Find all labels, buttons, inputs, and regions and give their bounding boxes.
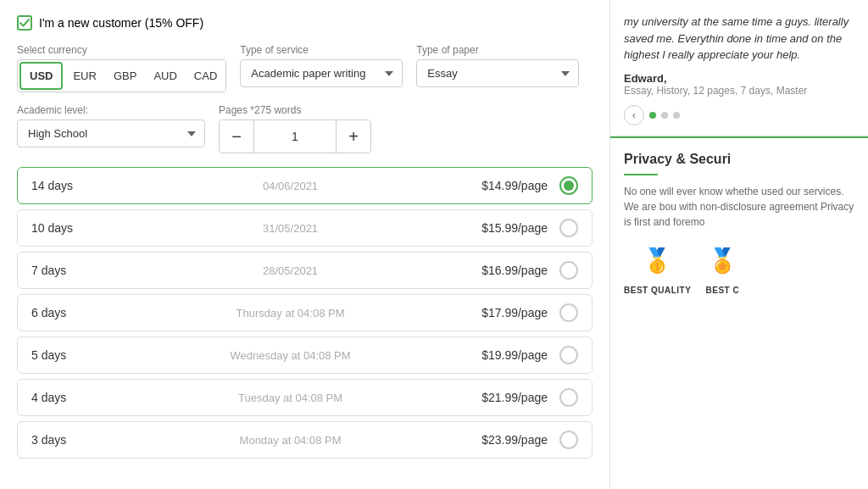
carousel-controls: ‹ — [624, 105, 854, 125]
pricing-date: Monday at 04:08 PM — [99, 434, 481, 447]
pages-decrement[interactable]: − — [220, 120, 253, 153]
radio-unselected[interactable] — [559, 303, 578, 322]
pricing-table: 14 days 04/06/2021 $14.99/page 10 days 3… — [17, 167, 593, 458]
pricing-days: 6 days — [31, 306, 99, 320]
academic-group: Academic level: High School Undergraduat… — [17, 104, 205, 147]
new-customer-row: I'm a new customer (15% OFF) — [17, 15, 593, 31]
carousel-prev[interactable]: ‹ — [624, 105, 644, 125]
privacy-divider — [624, 174, 658, 175]
pricing-date: Tuesday at 04:08 PM — [99, 392, 481, 404]
testimonial-section: my university at the same time a guys. l… — [610, 0, 868, 136]
pricing-days: 3 days — [31, 433, 99, 447]
privacy-title: Privacy & Securi — [624, 152, 854, 167]
service-dropdown[interactable]: Academic paper writing Editing Proofread… — [240, 59, 403, 87]
currency-label: Select currency — [17, 44, 226, 56]
paper-group: Type of paper Essay Research Paper Term … — [416, 44, 579, 87]
new-customer-text: I'm a new customer (15% OFF) — [39, 16, 203, 30]
pricing-date: Wednesday at 04:08 PM — [99, 349, 481, 362]
pricing-row[interactable]: 6 days Thursday at 04:08 PM $17.99/page — [17, 294, 593, 331]
testimonial-details: Essay, History, 12 pages, 7 days, Master — [624, 85, 854, 97]
pricing-row[interactable]: 4 days Tuesday at 04:08 PM $21.99/page — [17, 379, 593, 416]
pricing-date: 04/06/2021 — [99, 180, 481, 192]
pricing-price: $15.99/page — [481, 221, 548, 235]
pricing-row[interactable]: 10 days 31/05/2021 $15.99/page — [17, 209, 593, 247]
academic-label: Academic level: — [17, 104, 205, 116]
pricing-date: 31/05/2021 — [99, 222, 481, 235]
new-customer-checkbox[interactable] — [17, 15, 32, 31]
privacy-text: No one will ever know whethe used our se… — [624, 184, 854, 230]
pricing-price: $23.99/page — [481, 433, 548, 447]
privacy-section: Privacy & Securi No one will ever know w… — [610, 136, 868, 308]
pricing-date: 28/05/2021 — [99, 264, 481, 277]
pricing-price: $21.99/page — [481, 391, 548, 404]
currency-selector: USD EUR GBP AUD CAD — [17, 59, 226, 92]
academic-dropdown[interactable]: High School Undergraduate Masters PhD — [17, 119, 205, 147]
best-c-icon: 🏅 — [701, 240, 743, 282]
pricing-days: 14 days — [31, 179, 99, 192]
testimonial-text: my university at the same time a guys. l… — [624, 14, 854, 64]
service-label: Type of service — [240, 44, 403, 56]
pricing-row[interactable]: 7 days 28/05/2021 $16.99/page — [17, 252, 593, 289]
carousel-dot-active[interactable] — [649, 112, 656, 119]
badge-best-c: 🏅 BEST C — [701, 240, 743, 295]
radio-unselected[interactable] — [559, 261, 578, 280]
pricing-days: 5 days — [31, 348, 99, 362]
testimonial-author: Edward, — [624, 72, 854, 85]
paper-label: Type of paper — [416, 44, 579, 56]
pages-value: 1 — [253, 120, 337, 153]
right-panel: my university at the same time a guys. l… — [610, 0, 868, 489]
pricing-days: 10 days — [31, 221, 99, 235]
radio-selected[interactable] — [559, 176, 578, 195]
pricing-price: $14.99/page — [481, 179, 548, 192]
pricing-price: $16.99/page — [481, 264, 548, 277]
pricing-row[interactable]: 14 days 04/06/2021 $14.99/page — [17, 167, 593, 204]
pricing-price: $19.99/page — [481, 348, 548, 362]
pricing-row[interactable]: 5 days Wednesday at 04:08 PM $19.99/page — [17, 336, 593, 374]
paper-dropdown[interactable]: Essay Research Paper Term Paper — [416, 59, 579, 87]
second-form-row: Academic level: High School Undergraduat… — [17, 104, 593, 153]
pricing-date: Thursday at 04:08 PM — [99, 307, 481, 320]
carousel-dot[interactable] — [661, 112, 668, 119]
carousel-dot[interactable] — [673, 112, 680, 119]
service-group: Type of service Academic paper writing E… — [240, 44, 403, 87]
currency-gbp[interactable]: GBP — [105, 60, 145, 92]
pricing-row[interactable]: 3 days Monday at 04:08 PM $23.99/page — [17, 421, 593, 458]
currency-eur[interactable]: EUR — [64, 60, 104, 92]
pages-label: Pages *275 words — [219, 104, 371, 116]
radio-unselected[interactable] — [559, 388, 578, 407]
discount-badge: (15% OFF) — [145, 16, 203, 30]
privacy-badges: 🥇 BEST QUALITY 🏅 BEST C — [624, 240, 854, 295]
pricing-days: 4 days — [31, 391, 99, 404]
pricing-days: 7 days — [31, 264, 99, 277]
pages-stepper: − 1 + — [219, 119, 371, 153]
currency-cad[interactable]: CAD — [186, 60, 225, 92]
pages-group: Pages *275 words − 1 + — [219, 104, 371, 153]
radio-unselected[interactable] — [559, 219, 578, 237]
pages-increment[interactable]: + — [337, 120, 370, 153]
best-c-label: BEST C — [706, 286, 740, 295]
currency-aud[interactable]: AUD — [145, 60, 185, 92]
currency-group: Select currency USD EUR GBP AUD CAD — [17, 44, 226, 92]
top-form-row: Select currency USD EUR GBP AUD CAD Type… — [17, 44, 593, 92]
radio-unselected[interactable] — [559, 431, 578, 449]
radio-unselected[interactable] — [559, 346, 578, 364]
radio-inner — [564, 181, 574, 191]
currency-usd[interactable]: USD — [19, 62, 63, 90]
badge-best-quality: 🥇 BEST QUALITY — [624, 240, 691, 295]
left-panel: I'm a new customer (15% OFF) Select curr… — [0, 0, 610, 489]
pricing-price: $17.99/page — [481, 306, 548, 320]
best-quality-icon: 🥇 — [637, 240, 679, 282]
best-quality-label: BEST QUALITY — [624, 286, 691, 295]
